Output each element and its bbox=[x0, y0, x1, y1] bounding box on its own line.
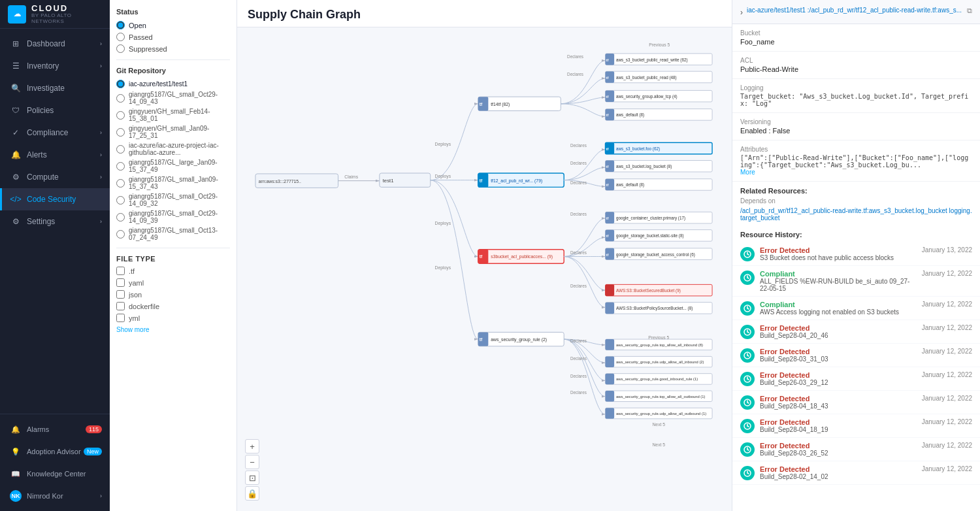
git-radio-9[interactable] bbox=[116, 230, 125, 239]
node-tf14tf[interactable]: tf tf14tf (82) bbox=[478, 97, 561, 110]
sidebar-item-compliance[interactable]: ✓ Compliance › bbox=[0, 122, 110, 144]
node-aws-pub-rw[interactable]: tf aws_s3_bucket_public_read_write (62) bbox=[606, 54, 713, 65]
sidebar-item-compute[interactable]: ⚙ Compute › bbox=[0, 166, 110, 188]
zoom-out-button[interactable]: − bbox=[245, 455, 259, 469]
git-repo-9[interactable]: giangrg5187/GL_small_Oct13-07_24_49 bbox=[116, 227, 230, 241]
git-radio-0[interactable] bbox=[116, 80, 125, 88]
git-radio-1[interactable] bbox=[116, 94, 125, 103]
git-repo-6[interactable]: giangrg5187/GL_small_Jan09-15_37_43 bbox=[116, 176, 230, 190]
sidebar-item-alerts[interactable]: 🔔 Alerts › bbox=[0, 144, 110, 166]
node-sg-inbound-udp[interactable]: aws_security_group_rule.udp_allow_all_in… bbox=[606, 356, 713, 367]
git-repo-8[interactable]: giangrg5187/GL_small_Oct29-14_09_39 bbox=[116, 210, 230, 224]
rp-history-status-3: Error Detected bbox=[760, 324, 917, 332]
git-repo-4[interactable]: iac-azure/iac-azure-project-iac-github/i… bbox=[116, 142, 230, 156]
node-root[interactable]: arn:aws:s3:::277715.. bbox=[255, 174, 338, 188]
node-sg-rule[interactable]: tf aws_security_group_rule (2) bbox=[478, 332, 564, 346]
rp-history-icon-1 bbox=[740, 271, 755, 285]
filetype-yml[interactable]: yml bbox=[116, 314, 230, 322]
git-radio-3[interactable] bbox=[116, 128, 125, 137]
filetype-json[interactable]: json bbox=[116, 290, 230, 299]
git-repo-1[interactable]: giangrg5187/GL_small_Oct29-14_09_43 bbox=[116, 91, 230, 105]
node-s3bucket-acl[interactable]: tf s3bucket_acl_publicacces... (9) bbox=[478, 250, 564, 263]
show-more-link[interactable]: Show more bbox=[116, 326, 230, 333]
sidebar-item-investigate[interactable]: 🔍 Investigate bbox=[0, 77, 110, 99]
git-repo-3[interactable]: gingyuen/GH_small_Jan09-17_25_31 bbox=[116, 125, 230, 139]
lock-button[interactable]: 🔒 bbox=[245, 486, 259, 501]
git-radio-7[interactable] bbox=[116, 196, 125, 205]
node-gcs-access[interactable]: tf google_storage_bucket_access_control … bbox=[606, 248, 713, 260]
status-suppressed-radio[interactable] bbox=[116, 44, 125, 53]
node-sg-tcp[interactable]: tf aws_security_group.allow_tcp (4) bbox=[606, 90, 713, 102]
logo-main-text: CLOUD bbox=[31, 4, 102, 13]
sidebar-item-adoption-advisor[interactable]: 💡 Adoption Advisor New bbox=[0, 440, 110, 463]
svg-rect-58 bbox=[606, 284, 615, 296]
node-test1[interactable]: test1 bbox=[380, 173, 431, 187]
svg-rect-61 bbox=[606, 303, 615, 314]
git-repo-0[interactable]: iac-azure/test1/test1 bbox=[116, 80, 230, 88]
node-tf12-acl[interactable]: tf tf12_acl_pub_rd_wr... (79) bbox=[478, 173, 564, 187]
rp-versioning-label: Versioning bbox=[740, 118, 972, 125]
git-radio-5[interactable] bbox=[116, 162, 125, 171]
rp-history-item-7: Error DetectedBuild_Sep28-04_18_19Januar… bbox=[732, 414, 980, 438]
node-aws-default1[interactable]: tf aws_default (8) bbox=[606, 109, 713, 121]
git-radio-2[interactable] bbox=[116, 111, 125, 120]
sidebar-item-alarms[interactable]: 🔔 Alarms 115 bbox=[0, 418, 110, 440]
sidebar-item-knowledge-center[interactable]: 📖 Knowledge Center bbox=[0, 463, 110, 485]
status-passed-radio[interactable] bbox=[116, 33, 125, 41]
rp-attributes-label: Attributes bbox=[740, 146, 972, 153]
svg-text:aws_security_group.allow_tcp (: aws_security_group.allow_tcp (4) bbox=[616, 94, 678, 99]
node-gcs-static[interactable]: tf google_storage_bucket.static-site (8) bbox=[606, 230, 713, 242]
sidebar-item-settings[interactable]: ⚙ Settings › bbox=[0, 210, 110, 233]
filetype-dockerfile-checkbox[interactable] bbox=[116, 302, 125, 310]
node-aws-pub-r[interactable]: tf aws_s3_bucket_public_read (48) bbox=[606, 71, 713, 83]
node-gcp-cluster[interactable]: tf google_container_cluster.primary (17) bbox=[606, 212, 713, 223]
git-repo-7[interactable]: giangrg5187/GL_small_Oct29-14_09_32 bbox=[116, 193, 230, 207]
status-passed-item[interactable]: Passed bbox=[116, 33, 230, 41]
node-log-bucket[interactable]: tf aws_s3_bucket.log_bucket (8) bbox=[606, 161, 713, 173]
node-aws-default2[interactable]: tf aws_default (8) bbox=[606, 179, 713, 191]
git-radio-8[interactable] bbox=[116, 213, 125, 222]
filetype-tf-checkbox[interactable] bbox=[116, 267, 125, 275]
svg-rect-77 bbox=[606, 391, 615, 402]
node-aws-secured[interactable]: AWS:S3::BucketSecuredBucket (9) bbox=[606, 284, 713, 296]
status-suppressed-item[interactable]: Suppressed bbox=[116, 44, 230, 53]
zoom-fit-button[interactable]: ⊡ bbox=[245, 470, 259, 485]
node-sg-outbound-top[interactable]: aws_security_group_rule.top_allow_all_ou… bbox=[606, 391, 713, 402]
git-radio-6[interactable] bbox=[116, 179, 125, 188]
filetype-json-checkbox[interactable] bbox=[116, 290, 125, 299]
filetype-tf[interactable]: .tf bbox=[116, 267, 230, 275]
svg-text:tf: tf bbox=[606, 58, 608, 62]
git-repo-5[interactable]: giangrg5187/GL_large_Jan09-15_37_49 bbox=[116, 159, 230, 173]
filetype-yml-checkbox[interactable] bbox=[116, 314, 125, 322]
sidebar-item-nimrod-kor[interactable]: NK Nimrod Kor › bbox=[0, 485, 110, 507]
git-radio-4[interactable] bbox=[116, 145, 125, 154]
rp-history-desc-2: AWS Access logging not enabled on S3 buc… bbox=[760, 308, 917, 316]
rp-copy-icon[interactable]: ⧉ bbox=[967, 7, 972, 15]
filetype-yaml-checkbox[interactable] bbox=[116, 278, 125, 287]
filetype-yaml[interactable]: yaml bbox=[116, 278, 230, 287]
node-aws-policy[interactable]: AWS:S3::BucketPolicySourceBucket... (8) bbox=[606, 303, 713, 314]
node-aws-s3-foo[interactable]: tf aws_s3_bucket.foo (62) bbox=[606, 142, 713, 154]
rp-attributes-value: ["Arn":["Public-Read-Write"],["Bucket":[… bbox=[740, 154, 972, 169]
node-sg-outbound-udp[interactable]: aws_security_group_rule.udp_allow_all_ou… bbox=[606, 408, 713, 419]
status-open-radio[interactable] bbox=[116, 21, 125, 29]
zoom-in-button[interactable]: + bbox=[245, 439, 259, 453]
sidebar-item-dashboard[interactable]: ⊞ Dashboard › bbox=[0, 33, 110, 55]
rp-expand-icon[interactable]: › bbox=[740, 7, 743, 17]
sidebar-item-code-security[interactable]: </> Code Security bbox=[0, 188, 110, 210]
status-open-item[interactable]: Open bbox=[116, 21, 230, 29]
filetype-dockerfile[interactable]: dockerfile bbox=[116, 302, 230, 310]
graph-canvas[interactable]: arn:aws:s3:::277715.. Claims test1 Deplo… bbox=[237, 27, 732, 511]
node-sg-inbound-top[interactable]: aws_security_group_rule.top_allow_all_in… bbox=[606, 339, 713, 350]
git-repo-2[interactable]: gingyuen/GH_small_Feb14-15_38_01 bbox=[116, 108, 230, 122]
rp-versioning-section: Versioning Enabled : False bbox=[732, 113, 980, 140]
node-sg-good-inbound[interactable]: aws_security_group_rule.good_inbound_rul… bbox=[606, 374, 713, 385]
rp-more-link[interactable]: More bbox=[740, 169, 972, 176]
sidebar-item-inventory[interactable]: ☰ Inventory › bbox=[0, 55, 110, 77]
edge-tf14-aws-pub-r bbox=[561, 78, 605, 104]
rp-history-date-4: January 12, 2022 bbox=[922, 348, 972, 355]
next-label-2: Next 5 bbox=[652, 442, 665, 447]
status-filter-title: Status bbox=[116, 8, 230, 16]
sidebar-label-compliance: Compliance bbox=[27, 128, 100, 137]
sidebar-item-policies[interactable]: 🛡 Policies bbox=[0, 99, 110, 122]
